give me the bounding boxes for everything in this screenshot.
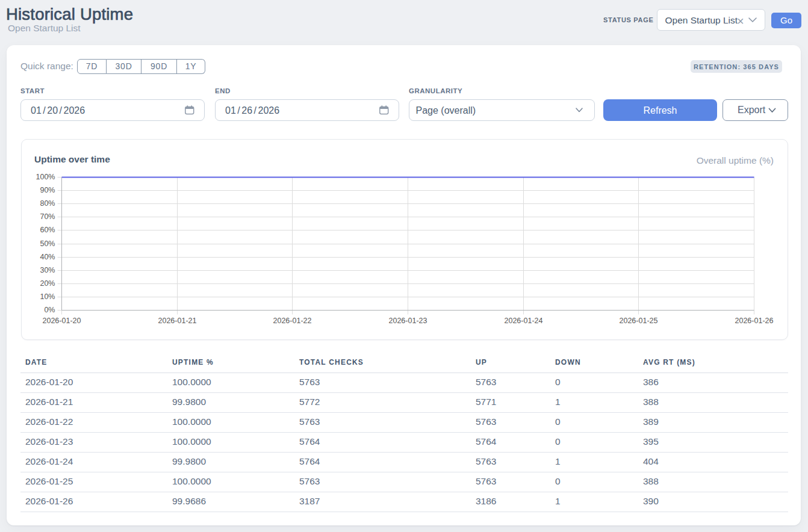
svg-text:2026-01-22: 2026-01-22 xyxy=(273,317,312,325)
svg-text:2026-01-24: 2026-01-24 xyxy=(505,317,543,325)
svg-text:30%: 30% xyxy=(40,266,55,274)
svg-text:20%: 20% xyxy=(40,279,55,288)
svg-text:80%: 80% xyxy=(40,199,55,208)
svg-text:40%: 40% xyxy=(40,253,55,261)
svg-text:10%: 10% xyxy=(40,292,55,301)
svg-text:100%: 100% xyxy=(36,173,55,181)
svg-text:2026-01-25: 2026-01-25 xyxy=(620,317,658,325)
svg-text:50%: 50% xyxy=(40,240,55,248)
svg-text:2026-01-20: 2026-01-20 xyxy=(43,317,81,325)
svg-text:70%: 70% xyxy=(40,212,55,221)
svg-text:60%: 60% xyxy=(40,226,55,234)
svg-text:2026-01-26: 2026-01-26 xyxy=(735,317,774,325)
svg-text:2026-01-23: 2026-01-23 xyxy=(389,317,427,325)
svg-text:90%: 90% xyxy=(40,186,55,194)
svg-text:2026-01-21: 2026-01-21 xyxy=(158,317,197,325)
svg-text:0%: 0% xyxy=(44,306,55,314)
